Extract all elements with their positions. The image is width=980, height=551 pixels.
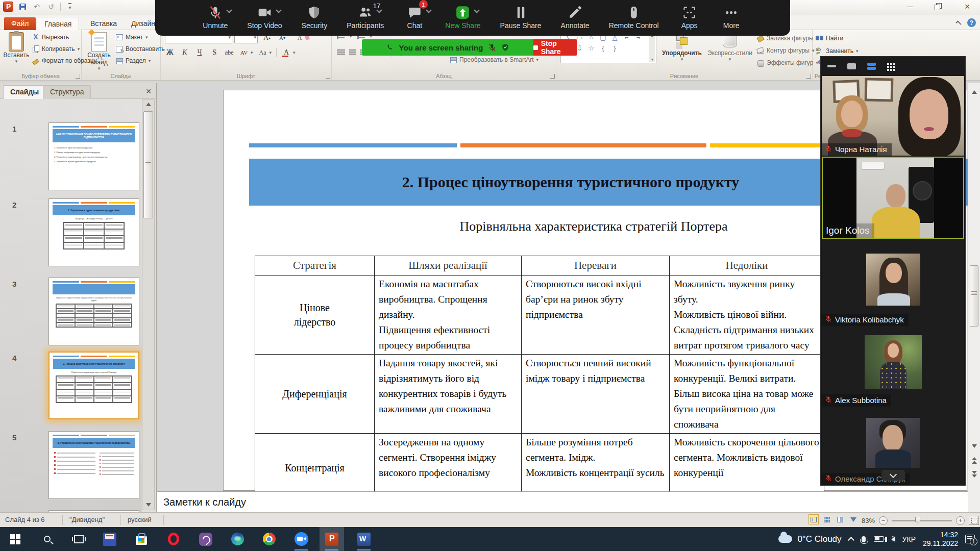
collapse-ribbon-icon[interactable] — [955, 20, 961, 26]
battery-icon[interactable] — [874, 536, 884, 542]
normal-view-button[interactable] — [808, 514, 819, 524]
shape-effects-button[interactable]: Эффекты фигур▾ — [756, 59, 818, 66]
slide-sorter-button[interactable] — [822, 514, 832, 524]
change-case-button[interactable]: Aa — [258, 47, 268, 58]
zoom-slider[interactable] — [892, 520, 952, 521]
quick-styles-button[interactable]: Экспресс-стили▾ — [705, 33, 754, 62]
align-center-icon[interactable] — [349, 49, 356, 56]
participant-video-1[interactable]: Чорна Наталія — [822, 76, 964, 156]
zoom-out-button[interactable]: − — [879, 516, 888, 525]
slide-thumbnail-4[interactable]: 2. Процес ціноутворення туристичного про… — [48, 352, 139, 419]
help-icon[interactable]: ? — [967, 18, 976, 27]
taskbar-app-word[interactable] — [352, 527, 376, 551]
clipboard-dialog-launcher[interactable] — [76, 74, 80, 79]
show-more-participants-button[interactable] — [881, 470, 905, 481]
zoom-toolbar-chat[interactable]: 1Chat — [403, 4, 426, 30]
scroll-thumb[interactable] — [970, 265, 978, 327]
tab-outline[interactable]: Структура — [43, 85, 91, 99]
notification-center-icon[interactable]: 1 — [965, 535, 975, 543]
chevron-down-icon[interactable] — [276, 7, 281, 13]
chevron-down-icon[interactable] — [426, 7, 431, 13]
convert-smartart-button[interactable]: Преобразовать в SmartArt▾ — [449, 56, 538, 63]
close-button[interactable] — [962, 2, 973, 11]
zoom-toolbar-security[interactable]: Security — [302, 4, 328, 30]
shape-outline-button[interactable]: Контур фигуры▾ — [756, 46, 814, 54]
drawing-dialog-launcher[interactable] — [806, 74, 811, 79]
text-shadow-button[interactable]: S — [209, 47, 219, 58]
next-slide-button[interactable] — [972, 471, 977, 478]
align-left-icon[interactable] — [337, 49, 345, 56]
zoom-toolbar-annotate[interactable]: Annotate — [561, 4, 590, 30]
language-switcher[interactable]: УКР — [902, 535, 916, 543]
slide-thumbnail-2[interactable]: 1. Управління туристичними продуктами.Ма… — [48, 198, 139, 266]
arrange-button[interactable]: Упорядочить▾ — [662, 33, 702, 62]
close-panel-icon[interactable]: ✕ — [145, 87, 152, 95]
shape-star-icon[interactable]: ☆ — [587, 44, 596, 52]
minimize-button[interactable] — [904, 2, 916, 11]
taskbar-app-store[interactable] — [129, 527, 154, 551]
speaker-view-icon[interactable] — [847, 63, 856, 69]
language-indicator[interactable]: русский — [128, 516, 152, 523]
save-button[interactable] — [17, 2, 28, 12]
minimize-panel-icon[interactable] — [827, 65, 836, 67]
scroll-up-icon[interactable] — [146, 103, 151, 106]
undo-button[interactable] — [32, 2, 42, 12]
taskbar-app-zoom[interactable] — [289, 527, 313, 551]
tab-slides[interactable]: Слайды — [3, 85, 46, 99]
tab-insert[interactable]: Вставка — [83, 17, 124, 30]
chevron-down-icon[interactable] — [474, 7, 480, 13]
taskbar-app-opera[interactable] — [161, 527, 186, 551]
slide-thumbnail-5[interactable]: 3. Управління комунікаціями туристичного… — [48, 431, 139, 499]
strikethrough-button[interactable]: abe — [224, 47, 234, 58]
scroll-up-icon[interactable] — [972, 90, 977, 94]
font-color-button[interactable]: A — [281, 47, 291, 58]
new-slide-button[interactable]: Создать слайд▾ — [86, 32, 112, 71]
tray-expand-icon[interactable] — [848, 537, 854, 543]
zoom-toolbar-apps[interactable]: Apps — [678, 4, 701, 30]
zoom-toolbar-remote-control[interactable]: Remote Control — [609, 4, 659, 30]
start-button[interactable] — [3, 527, 28, 551]
customize-quick-access-button[interactable] — [65, 2, 75, 12]
porter-strategies-table[interactable]: СтратегіяШляхи реалізаціїПеревагиНедолік… — [255, 256, 824, 502]
taskbar-app-viber[interactable] — [193, 527, 218, 551]
tab-home[interactable]: Главная — [37, 17, 79, 30]
zoom-toolbar-participants[interactable]: 17Participants — [347, 4, 384, 30]
slide-thumbnail-1[interactable]: АНАЛІЗ УПРАВЛІННЯ БІЗНЕС-ПОРТФЕЛЕМ ТУРИС… — [48, 122, 139, 190]
zoom-level[interactable]: 83% — [862, 517, 875, 524]
paragraph-dialog-launcher[interactable] — [550, 74, 555, 79]
character-spacing-button[interactable]: AV — [239, 47, 249, 58]
zoom-toolbar-more[interactable]: More — [720, 4, 743, 30]
layout-button[interactable]: Макет▾ — [115, 33, 148, 41]
slide-thumbnail-6[interactable]: 4. Управління збутом туристичних продукт… — [48, 510, 139, 512]
weather-widget[interactable]: 0°C Cloudy — [778, 534, 841, 544]
zoom-in-button[interactable]: + — [956, 516, 965, 525]
italic-button[interactable]: К — [180, 47, 190, 58]
tray-microphone-icon[interactable] — [862, 536, 866, 542]
notes-pane[interactable]: Заметки к слайду — [157, 491, 968, 512]
zoom-toolbar-pause-share[interactable]: Pause Share — [500, 4, 542, 30]
zoom-toolbar-unmute[interactable]: Unmute — [203, 4, 228, 30]
previous-slide-button[interactable] — [972, 457, 977, 464]
scroll-thumb[interactable] — [143, 111, 153, 218]
powerpoint-logo-icon[interactable] — [3, 2, 13, 12]
participant-video-4[interactable]: Alex Subbotina — [822, 326, 964, 407]
participant-video-3[interactable]: Viktoria Kolibabchyk — [822, 240, 964, 326]
cut-button[interactable]: Вырезать — [32, 33, 69, 41]
participant-video-2[interactable]: Igor Kolos — [822, 157, 964, 239]
scroll-down-icon[interactable] — [146, 503, 151, 507]
taskbar-app-edge[interactable] — [225, 527, 250, 551]
taskbar-app-chrome[interactable] — [257, 527, 281, 551]
taskbar-app-powerpoint[interactable] — [320, 527, 344, 551]
redo-button[interactable] — [46, 2, 56, 12]
restore-button[interactable] — [933, 2, 944, 11]
task-view-button[interactable] — [66, 527, 91, 551]
paste-button[interactable]: Вставить▾ — [4, 32, 29, 64]
zoom-slider-thumb[interactable] — [915, 517, 920, 524]
shape-brace-icon[interactable]: { — [599, 44, 607, 52]
find-button[interactable]: Найти — [816, 34, 843, 42]
section-button[interactable]: Раздел▾ — [115, 57, 151, 64]
tab-file[interactable]: Файл — [4, 17, 36, 30]
copy-button[interactable]: Копировать▾ — [32, 45, 80, 53]
stop-share-button[interactable]: Stop Share — [533, 39, 577, 56]
shapes-scrollbar[interactable]: ▲▼ — [649, 33, 655, 62]
